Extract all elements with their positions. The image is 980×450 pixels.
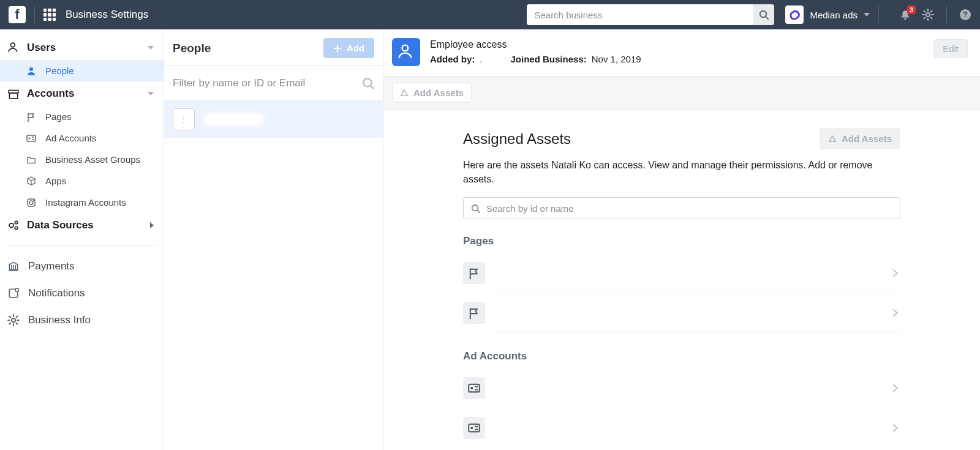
notification-badge: 3 bbox=[907, 6, 916, 14]
added-by-value: . bbox=[480, 54, 482, 64]
divider bbox=[878, 6, 879, 23]
help-icon[interactable] bbox=[959, 9, 971, 21]
business-search bbox=[527, 4, 774, 25]
sidebar-item-label: Ad Accounts bbox=[45, 133, 96, 143]
asset-row-ad-account[interactable] bbox=[463, 369, 900, 408]
instagram-icon bbox=[26, 198, 37, 208]
person-name-redacted bbox=[203, 113, 265, 126]
sidebar-item-ad-accounts[interactable]: Ad Accounts bbox=[0, 127, 164, 149]
data-sources-icon bbox=[7, 220, 20, 231]
add-assets-button[interactable]: Add Assets bbox=[820, 128, 900, 149]
bank-icon bbox=[7, 261, 20, 272]
sidebar-item-instagram[interactable]: Instagram Accounts bbox=[0, 192, 164, 213]
sidebar-section-users[interactable]: Users bbox=[0, 36, 164, 60]
chevron-right-icon bbox=[891, 423, 900, 433]
business-logo bbox=[785, 6, 804, 24]
users-icon bbox=[7, 42, 20, 53]
joined-value: Nov 1, 2019 bbox=[592, 54, 641, 64]
ad-account-icon bbox=[26, 133, 37, 143]
chevron-right-icon bbox=[891, 308, 900, 318]
divider bbox=[7, 245, 156, 246]
assigned-assets-description: Here are the assets Natali Ko can access… bbox=[463, 158, 900, 186]
user-role: Employee access bbox=[430, 39, 924, 50]
apps-grid-icon[interactable] bbox=[43, 9, 56, 21]
notifications-settings-icon bbox=[7, 288, 20, 299]
archive-icon bbox=[7, 88, 20, 99]
triangle-icon bbox=[828, 135, 837, 143]
search-icon bbox=[471, 204, 480, 213]
settings-icon[interactable] bbox=[922, 9, 934, 21]
sidebar-label: Accounts bbox=[27, 88, 148, 100]
chevron-right-icon bbox=[891, 383, 900, 393]
detail-panel: Employee access Added by: . Joined Busin… bbox=[383, 29, 980, 450]
filter-people-input[interactable] bbox=[173, 77, 362, 89]
ad-account-icon bbox=[463, 377, 485, 399]
sidebar-section-data-sources[interactable]: Data Sources bbox=[0, 213, 164, 238]
business-name: Median ads bbox=[810, 10, 858, 20]
divider bbox=[946, 6, 947, 23]
sidebar-item-label: Notifications bbox=[28, 287, 85, 299]
asset-row-page[interactable] bbox=[463, 253, 900, 293]
button-label: Add Assets bbox=[842, 133, 892, 144]
sidebar-item-label: Instagram Accounts bbox=[45, 197, 126, 208]
cube-icon bbox=[26, 176, 37, 186]
sidebar: Users People Accounts Pages Ad Accounts … bbox=[0, 29, 164, 450]
sidebar-section-accounts[interactable]: Accounts bbox=[0, 81, 164, 106]
sidebar-item-people[interactable]: People bbox=[0, 60, 164, 81]
flag-icon bbox=[463, 302, 485, 324]
sidebar-label: Users bbox=[27, 42, 148, 54]
topbar: f Business Settings Median ads 3 bbox=[0, 0, 980, 29]
search-icon bbox=[362, 77, 374, 89]
sidebar-item-apps[interactable]: Apps bbox=[0, 170, 164, 192]
sidebar-item-label: Business Asset Groups bbox=[45, 154, 140, 165]
chevron-down-icon bbox=[148, 46, 154, 50]
sidebar-item-notifications[interactable]: Notifications bbox=[0, 280, 164, 307]
sidebar-item-payments[interactable]: Payments bbox=[0, 253, 164, 280]
asset-search-input[interactable] bbox=[486, 203, 892, 214]
notifications-icon[interactable]: 3 bbox=[900, 9, 911, 20]
add-person-button[interactable]: Add bbox=[323, 38, 374, 58]
triangle-icon bbox=[400, 89, 409, 97]
person-icon bbox=[26, 66, 37, 76]
people-panel-title: People bbox=[173, 42, 211, 55]
chevron-down-icon bbox=[864, 13, 870, 17]
avatar: ⋮ bbox=[173, 108, 195, 130]
divider bbox=[495, 332, 900, 333]
plus-icon bbox=[333, 44, 342, 53]
sidebar-item-label: Payments bbox=[28, 260, 75, 272]
edit-button[interactable]: Edit bbox=[933, 39, 968, 58]
user-badge-icon bbox=[392, 38, 420, 66]
facebook-logo[interactable]: f bbox=[9, 6, 26, 23]
chevron-right-icon bbox=[150, 222, 154, 228]
chevron-right-icon bbox=[891, 268, 900, 278]
flag-icon bbox=[463, 262, 485, 284]
sidebar-label: Data Sources bbox=[27, 219, 150, 231]
button-label: Add Assets bbox=[413, 88, 464, 98]
gear-icon bbox=[7, 314, 20, 326]
people-panel: People Add ⋮ bbox=[164, 29, 383, 450]
detail-toolbar: Add Assets bbox=[383, 76, 980, 110]
button-label: Add bbox=[347, 43, 364, 53]
page-title: Business Settings bbox=[66, 9, 148, 21]
person-list-item[interactable]: ⋮ bbox=[164, 101, 383, 138]
search-button[interactable] bbox=[753, 4, 774, 25]
sidebar-item-label: Pages bbox=[45, 111, 72, 122]
sidebar-item-business-info[interactable]: Business Info bbox=[0, 307, 164, 334]
added-by-label: Added by: bbox=[430, 54, 475, 64]
chevron-down-icon bbox=[148, 92, 154, 96]
business-selector[interactable]: Median ads bbox=[785, 6, 870, 24]
asset-row-page[interactable] bbox=[463, 293, 900, 332]
asset-group-pages: Pages bbox=[463, 235, 900, 247]
sidebar-item-label: Apps bbox=[45, 176, 66, 186]
assigned-assets-title: Assigned Assets bbox=[463, 130, 571, 148]
sidebar-item-asset-groups[interactable]: Business Asset Groups bbox=[0, 149, 164, 170]
add-assets-toolbar-button[interactable]: Add Assets bbox=[392, 83, 472, 103]
folder-icon bbox=[26, 155, 37, 165]
asset-row-ad-account[interactable] bbox=[463, 408, 900, 448]
flag-icon bbox=[26, 112, 37, 122]
sidebar-item-pages[interactable]: Pages bbox=[0, 106, 164, 127]
ad-account-icon bbox=[463, 417, 485, 439]
sidebar-item-label: Business Info bbox=[28, 314, 91, 326]
search-input[interactable] bbox=[527, 4, 753, 25]
joined-label: Joined Business: bbox=[511, 54, 587, 64]
